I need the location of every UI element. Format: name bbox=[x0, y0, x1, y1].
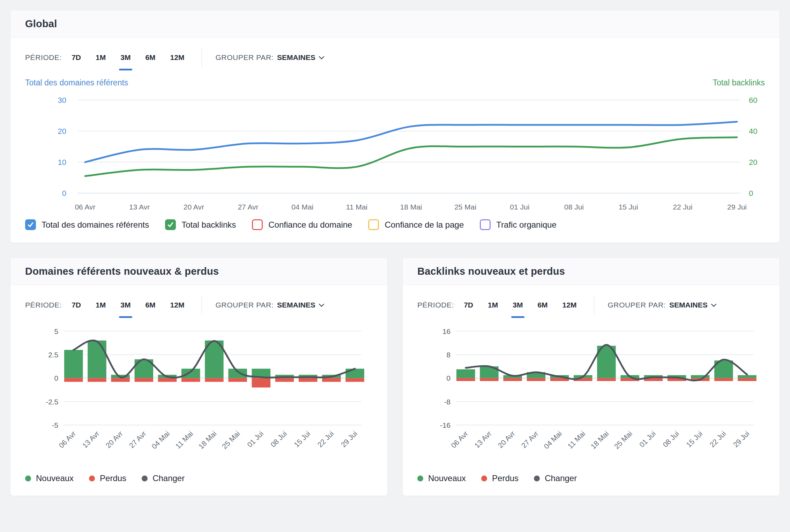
controls-divider bbox=[594, 295, 594, 315]
legend-item-total-des-domaines-referents[interactable]: Total des domaines référents bbox=[25, 219, 149, 230]
svg-text:01 Jui: 01 Jui bbox=[510, 203, 529, 211]
svg-text:15 Jui: 15 Jui bbox=[619, 203, 638, 211]
svg-text:0: 0 bbox=[62, 189, 66, 198]
legend-item-perdus[interactable]: Perdus bbox=[481, 473, 519, 483]
global-panel-title: Global bbox=[25, 18, 57, 30]
svg-text:25 Mai: 25 Mai bbox=[454, 203, 476, 211]
legend-dot-icon bbox=[417, 476, 423, 481]
legend-item-trafic-organique[interactable]: Trafic organique bbox=[480, 219, 557, 230]
period-option-3m[interactable]: 3M bbox=[513, 301, 523, 309]
svg-text:-5: -5 bbox=[52, 421, 59, 429]
svg-text:04 Mai: 04 Mai bbox=[291, 203, 313, 211]
svg-text:60: 60 bbox=[749, 96, 757, 105]
svg-text:20: 20 bbox=[58, 127, 66, 136]
period-option-7d[interactable]: 7D bbox=[72, 53, 81, 62]
backlinks-panel-header: Backlinks nouveaux et perdus bbox=[403, 258, 780, 285]
controls-divider bbox=[202, 48, 202, 67]
svg-text:04 Mai: 04 Mai bbox=[542, 430, 563, 450]
checked-checkbox-icon bbox=[165, 219, 176, 230]
svg-text:06 Avr: 06 Avr bbox=[75, 203, 95, 211]
period-label: PÉRIODE: bbox=[25, 301, 62, 309]
legend-label: Total des domaines référents bbox=[42, 220, 149, 230]
period-option-12m[interactable]: 12M bbox=[170, 301, 185, 309]
group-by-dropdown[interactable]: SEMAINES bbox=[669, 301, 716, 309]
group-by-label: GROUPER PAR: bbox=[215, 53, 274, 62]
period-option-1m[interactable]: 1M bbox=[488, 301, 498, 309]
chevron-down-icon bbox=[319, 301, 325, 307]
legend-label: Changer bbox=[545, 473, 577, 483]
legend-item-total-backlinks[interactable]: Total backlinks bbox=[165, 219, 236, 230]
period-option-7d[interactable]: 7D bbox=[464, 301, 473, 309]
legend-label: Nouveaux bbox=[428, 473, 466, 483]
legend-item-confiance-de-la-page[interactable]: Confiance de la page bbox=[368, 219, 464, 230]
svg-text:0: 0 bbox=[447, 374, 451, 382]
svg-text:20 Avr: 20 Avr bbox=[496, 430, 516, 450]
svg-text:06 Avr: 06 Avr bbox=[449, 430, 470, 450]
legend-item-changer[interactable]: Changer bbox=[534, 473, 577, 483]
svg-text:16: 16 bbox=[442, 327, 450, 335]
chevron-down-icon bbox=[711, 301, 717, 307]
svg-text:27 Avr: 27 Avr bbox=[238, 203, 258, 211]
svg-text:13 Avr: 13 Avr bbox=[129, 203, 150, 211]
page: Global PÉRIODE: 7D1M3M6M12M GROUPER PAR:… bbox=[0, 0, 790, 506]
left-axis-title: Total des domaines référents bbox=[25, 78, 128, 88]
svg-text:29 Jui: 29 Jui bbox=[339, 430, 359, 449]
svg-text:15 Jui: 15 Jui bbox=[292, 430, 312, 449]
period-option-7d[interactable]: 7D bbox=[72, 301, 81, 309]
group-by-dropdown[interactable]: SEMAINES bbox=[277, 301, 323, 309]
group-by-value: SEMAINES bbox=[277, 301, 315, 309]
domains-bar-chart: 52.50-2.5-506 Avr13 Avr20 Avr27 Avr04 Ma… bbox=[25, 321, 373, 466]
svg-text:-16: -16 bbox=[440, 421, 450, 429]
domains-panel-header: Domaines référents nouveaux & perdus bbox=[10, 258, 387, 285]
legend-label: Total backlinks bbox=[181, 220, 236, 230]
svg-text:08 Jui: 08 Jui bbox=[661, 430, 681, 449]
global-panel-body: PÉRIODE: 7D1M3M6M12M GROUPER PAR: SEMAIN… bbox=[10, 52, 780, 243]
svg-text:20 Avr: 20 Avr bbox=[104, 430, 124, 450]
legend-label: Confiance de la page bbox=[385, 220, 464, 230]
svg-text:22 Jui: 22 Jui bbox=[708, 430, 728, 449]
svg-text:06 Avr: 06 Avr bbox=[57, 430, 77, 450]
legend-label: Trafic organique bbox=[496, 220, 557, 230]
chevron-down-icon bbox=[319, 54, 325, 59]
period-option-12m[interactable]: 12M bbox=[170, 53, 185, 62]
svg-text:18 Mai: 18 Mai bbox=[589, 430, 610, 450]
legend-dot-icon bbox=[89, 476, 95, 481]
domains-panel: Domaines référents nouveaux & perdus PÉR… bbox=[10, 258, 387, 496]
svg-text:13 Avr: 13 Avr bbox=[81, 430, 101, 450]
legend-item-confiance-du-domaine[interactable]: Confiance du domaine bbox=[252, 219, 352, 230]
domains-panel-title: Domaines référents nouveaux & perdus bbox=[25, 266, 219, 277]
period-option-6m[interactable]: 6M bbox=[145, 53, 155, 62]
period-option-1m[interactable]: 1M bbox=[96, 301, 106, 309]
legend-label: Confiance du domaine bbox=[268, 220, 352, 230]
legend-item-nouveaux[interactable]: Nouveaux bbox=[25, 473, 74, 483]
backlinks-panel: Backlinks nouveaux et perdus PÉRIODE: 7D… bbox=[403, 258, 780, 496]
period-option-6m[interactable]: 6M bbox=[537, 301, 547, 309]
svg-text:20 Avr: 20 Avr bbox=[184, 203, 204, 211]
legend-label: Nouveaux bbox=[36, 473, 74, 483]
domains-panel-body: PÉRIODE: 7D1M3M6M12M GROUPER PAR: SEMAIN… bbox=[10, 299, 387, 496]
svg-text:27 Avr: 27 Avr bbox=[520, 430, 540, 450]
group-by-label: GROUPER PAR: bbox=[215, 301, 274, 309]
svg-text:01 Jui: 01 Jui bbox=[638, 430, 657, 449]
svg-text:13 Avr: 13 Avr bbox=[473, 430, 493, 450]
svg-text:-2.5: -2.5 bbox=[46, 398, 58, 406]
global-line-chart: 0102030020406006 Avr13 Avr20 Avr27 Avr04… bbox=[25, 90, 765, 213]
period-option-12m[interactable]: 12M bbox=[562, 301, 577, 309]
group-by-dropdown[interactable]: SEMAINES bbox=[277, 53, 323, 62]
svg-text:8: 8 bbox=[447, 351, 451, 359]
period-option-3m[interactable]: 3M bbox=[120, 53, 131, 62]
legend-item-changer[interactable]: Changer bbox=[142, 473, 185, 483]
svg-text:40: 40 bbox=[749, 127, 757, 136]
group-by-value: SEMAINES bbox=[277, 53, 315, 62]
svg-text:2.5: 2.5 bbox=[48, 351, 58, 359]
group-by-value: SEMAINES bbox=[669, 301, 708, 309]
period-option-1m[interactable]: 1M bbox=[96, 53, 106, 62]
period-option-6m[interactable]: 6M bbox=[145, 301, 155, 309]
svg-text:22 Jui: 22 Jui bbox=[316, 430, 335, 449]
svg-text:18 Mai: 18 Mai bbox=[400, 203, 422, 211]
legend-item-perdus[interactable]: Perdus bbox=[89, 473, 126, 483]
legend-item-nouveaux[interactable]: Nouveaux bbox=[417, 473, 466, 483]
legend-dot-icon bbox=[25, 476, 31, 481]
unchecked-checkbox-icon bbox=[480, 219, 491, 230]
period-option-3m[interactable]: 3M bbox=[120, 301, 131, 309]
